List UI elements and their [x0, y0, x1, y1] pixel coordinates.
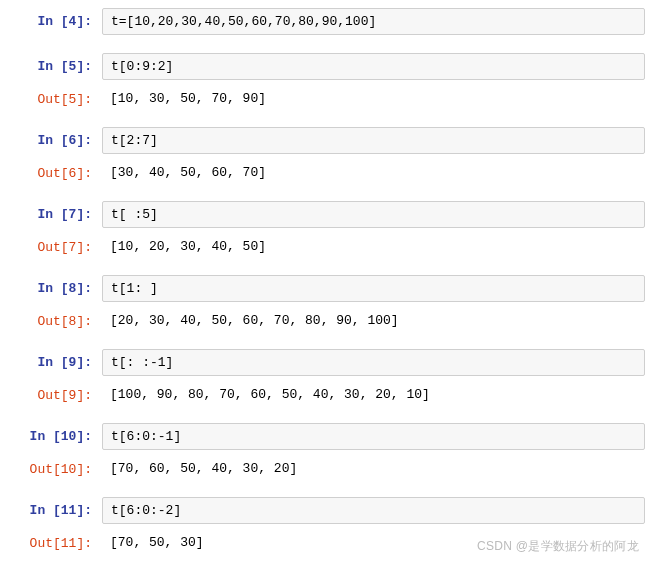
- output-cell: Out[8]:[20, 30, 40, 50, 60, 70, 80, 90, …: [12, 308, 645, 331]
- in-prompt: In [5]:: [12, 53, 102, 74]
- input-cell: In [8]:t[1: ]: [12, 275, 645, 302]
- output-cell: Out[9]:[100, 90, 80, 70, 60, 50, 40, 30,…: [12, 382, 645, 405]
- cell-gap: [12, 263, 645, 275]
- code-input[interactable]: t[0:9:2]: [102, 53, 645, 80]
- code-output: [30, 40, 50, 60, 70]: [102, 160, 645, 183]
- in-prompt: In [8]:: [12, 275, 102, 296]
- code-input[interactable]: t[ :5]: [102, 201, 645, 228]
- code-input[interactable]: t[6:0:-1]: [102, 423, 645, 450]
- output-cell: Out[6]:[30, 40, 50, 60, 70]: [12, 160, 645, 183]
- out-prompt: Out[7]:: [12, 234, 102, 255]
- code-input[interactable]: t=[10,20,30,40,50,60,70,80,90,100]: [102, 8, 645, 35]
- cell-gap: [12, 485, 645, 497]
- in-prompt: In [7]:: [12, 201, 102, 222]
- in-prompt: In [10]:: [12, 423, 102, 444]
- out-prompt: Out[6]:: [12, 160, 102, 181]
- input-cell: In [7]:t[ :5]: [12, 201, 645, 228]
- cell-gap: [12, 115, 645, 127]
- input-cell: In [11]:t[6:0:-2]: [12, 497, 645, 524]
- code-output: [70, 60, 50, 40, 30, 20]: [102, 456, 645, 479]
- out-prompt: Out[11]:: [12, 530, 102, 551]
- cell-gap: [12, 189, 645, 201]
- output-cell: Out[7]:[10, 20, 30, 40, 50]: [12, 234, 645, 257]
- code-output: [100, 90, 80, 70, 60, 50, 40, 30, 20, 10…: [102, 382, 645, 405]
- input-cell: In [4]:t=[10,20,30,40,50,60,70,80,90,100…: [12, 8, 645, 35]
- notebook-container: In [4]:t=[10,20,30,40,50,60,70,80,90,100…: [12, 8, 645, 553]
- code-input[interactable]: t[: :-1]: [102, 349, 645, 376]
- cell-gap: [12, 411, 645, 423]
- input-cell: In [10]:t[6:0:-1]: [12, 423, 645, 450]
- out-prompt: Out[5]:: [12, 86, 102, 107]
- in-prompt: In [4]:: [12, 8, 102, 29]
- cell-gap: [12, 337, 645, 349]
- code-output: [10, 20, 30, 40, 50]: [102, 234, 645, 257]
- code-input[interactable]: t[2:7]: [102, 127, 645, 154]
- watermark-text: CSDN @是学数据分析的阿龙: [477, 538, 639, 555]
- out-prompt: Out[10]:: [12, 456, 102, 477]
- code-input[interactable]: t[1: ]: [102, 275, 645, 302]
- code-output: [10, 30, 50, 70, 90]: [102, 86, 645, 109]
- in-prompt: In [11]:: [12, 497, 102, 518]
- out-prompt: Out[9]:: [12, 382, 102, 403]
- code-input[interactable]: t[6:0:-2]: [102, 497, 645, 524]
- cell-gap: [12, 41, 645, 53]
- code-output: [20, 30, 40, 50, 60, 70, 80, 90, 100]: [102, 308, 645, 331]
- output-cell: Out[5]:[10, 30, 50, 70, 90]: [12, 86, 645, 109]
- in-prompt: In [9]:: [12, 349, 102, 370]
- out-prompt: Out[8]:: [12, 308, 102, 329]
- in-prompt: In [6]:: [12, 127, 102, 148]
- output-cell: Out[10]:[70, 60, 50, 40, 30, 20]: [12, 456, 645, 479]
- input-cell: In [5]:t[0:9:2]: [12, 53, 645, 80]
- input-cell: In [9]:t[: :-1]: [12, 349, 645, 376]
- input-cell: In [6]:t[2:7]: [12, 127, 645, 154]
